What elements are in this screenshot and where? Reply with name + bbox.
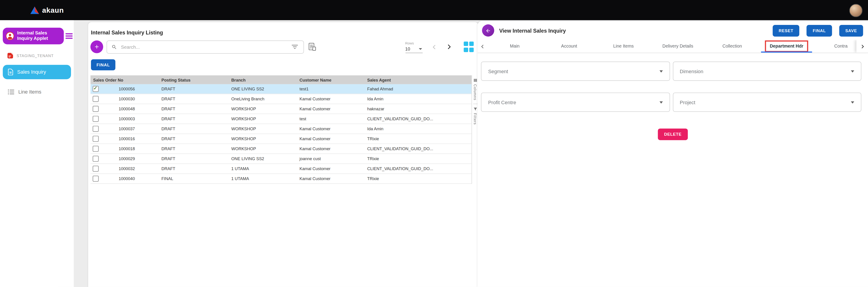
cell-posting-status: DRAFT <box>159 97 229 102</box>
sidebar-collapse-icon[interactable] <box>66 33 73 38</box>
report-icon[interactable] <box>308 43 316 51</box>
chevron-left-icon <box>480 43 485 49</box>
save-button[interactable]: SAVE <box>839 25 863 36</box>
listing-panel: Internal Sales Inquiry Listing <box>88 22 478 287</box>
row-checkbox[interactable] <box>93 176 99 182</box>
cell-posting-status: DRAFT <box>159 136 229 141</box>
columns-panel-tab[interactable]: Columns <box>473 75 477 104</box>
filter-icon[interactable] <box>290 44 299 50</box>
applet-button[interactable]: Internal Sales Inquiry Applet <box>3 28 64 44</box>
table-row[interactable]: 1000029 DRAFT ONE LIVING SS2 joanne cust… <box>91 154 471 164</box>
arrow-left-icon <box>485 27 491 34</box>
dropdown-caret-icon <box>851 70 855 72</box>
detail-tab[interactable]: Delivery Details <box>651 40 705 52</box>
prev-page-button[interactable] <box>431 43 437 50</box>
search-input[interactable] <box>120 43 290 50</box>
table-row[interactable]: 1000040 FINAL 1 UTAMA Kamal Customer TRi… <box>91 174 471 184</box>
row-checkbox[interactable] <box>93 116 99 122</box>
cell-posting-status: DRAFT <box>159 127 229 131</box>
row-checkbox[interactable] <box>93 136 99 142</box>
row-checkbox[interactable] <box>93 166 99 172</box>
column-header[interactable]: Sales Order No <box>91 77 159 82</box>
table-row[interactable]: 1000037 DRAFT WORKSHOP Kamal Customer Id… <box>91 124 471 134</box>
cell-branch: WORKSHOP <box>229 106 297 111</box>
table-row[interactable]: 1000016 DRAFT WORKSHOP Kamal Customer TR… <box>91 134 471 144</box>
cell-customer-name: Kamal Customer <box>297 136 365 141</box>
column-header[interactable]: Sales Agent <box>365 77 471 82</box>
grid-view-icon[interactable] <box>463 42 473 52</box>
table-row[interactable]: 1000032 DRAFT 1 UTAMA Kamal Customer CLI… <box>91 164 471 174</box>
list-icon <box>8 89 14 95</box>
sidebar-item-tenant[interactable]: STAGING_TENANT <box>7 52 74 59</box>
sidebar-item-sales-inquiry[interactable]: Sales Inquiry <box>3 65 71 79</box>
cell-branch: WORKSHOP <box>229 146 297 151</box>
cell-sales-order-no: 1000029 <box>119 156 135 161</box>
cell-sales-order-no: 1000032 <box>119 166 135 171</box>
cell-sales-order-no: 1000048 <box>119 106 135 111</box>
detail-tab[interactable]: Line Items <box>596 40 651 52</box>
cell-sales-order-no: 1000040 <box>119 176 135 181</box>
detail-tab[interactable]: Collection <box>705 40 760 52</box>
cell-customer-name: Kamal Customer <box>297 166 365 171</box>
rows-label: Rows <box>405 41 423 45</box>
cell-customer-name: Kamal Customer <box>297 97 365 102</box>
detail-tab[interactable]: Department Hdr <box>760 40 814 52</box>
reset-button[interactable]: RESET <box>773 25 800 36</box>
tabs-scroll-left[interactable] <box>478 40 488 52</box>
detail-tab[interactable]: Main <box>488 40 542 52</box>
table-row[interactable]: 1000018 DRAFT WORKSHOP Kamal Customer CL… <box>91 144 471 154</box>
tabs-scroll-right[interactable] <box>857 40 868 52</box>
row-checkbox[interactable] <box>93 86 99 92</box>
delete-row: DELETE <box>478 128 868 140</box>
cell-branch: ONE LIVING SS2 <box>229 156 297 161</box>
table-row[interactable]: 1000056 DRAFT ONE LIVING SS2 test1 Fahad… <box>91 84 471 94</box>
rows-select[interactable]: 10 <box>405 45 423 53</box>
filters-panel-tab[interactable]: Filters <box>473 104 477 128</box>
table-row[interactable]: 1000048 DRAFT WORKSHOP Kamal Customer ha… <box>91 104 471 114</box>
dropdown-caret-icon <box>659 70 663 72</box>
row-checkbox[interactable] <box>93 146 99 152</box>
listing-toolbar: Rows 10 <box>91 40 475 54</box>
cell-sales-order-no: 1000030 <box>119 97 135 102</box>
cell-posting-status: DRAFT <box>159 106 229 111</box>
row-checkbox[interactable] <box>93 126 99 132</box>
row-checkbox[interactable] <box>93 156 99 162</box>
cell-customer-name: Kamal Customer <box>297 176 365 181</box>
select-field[interactable]: Project <box>673 93 861 112</box>
sidebar-item-line-items[interactable]: Line Items <box>3 85 71 99</box>
column-header[interactable]: Branch <box>229 77 297 82</box>
department-hdr-form: Segment Dimension Profit Centre Project <box>481 61 861 112</box>
table-row[interactable]: 1000030 DRAFT OneLiving Branch Kamal Cus… <box>91 94 471 104</box>
row-checkbox[interactable] <box>93 96 99 102</box>
cell-sales-agent: CLIENT_VALIDATION_GUID_DO... <box>365 116 471 121</box>
columns-icon <box>473 78 477 83</box>
delete-button[interactable]: DELETE <box>658 129 688 140</box>
back-button[interactable] <box>482 25 494 37</box>
column-header[interactable]: Customer Name <box>297 77 365 82</box>
cell-customer-name: test1 <box>297 86 365 92</box>
add-button[interactable] <box>91 41 103 53</box>
chevron-left-icon <box>431 43 437 50</box>
listing-title: Internal Sales Inquiry Listing <box>91 30 478 36</box>
cell-posting-status: DRAFT <box>159 156 229 161</box>
search-box <box>106 40 304 53</box>
cell-sales-order-no: 1000056 <box>119 86 135 92</box>
cell-posting-status: FINAL <box>159 176 229 181</box>
dropdown-caret-icon <box>851 101 855 103</box>
detail-tab[interactable]: Account <box>542 40 596 52</box>
user-avatar[interactable] <box>849 4 863 17</box>
cell-posting-status: DRAFT <box>159 86 229 92</box>
select-field[interactable]: Segment <box>481 61 670 81</box>
brand-logo[interactable]: akaun <box>30 6 64 14</box>
column-header[interactable]: Posting Status <box>159 77 229 82</box>
final-filter-button[interactable]: FINAL <box>91 59 116 70</box>
table-row[interactable]: 1000003 DRAFT WORKSHOP test CLIENT_VALID… <box>91 114 471 124</box>
table-side-panel: Columns Filters <box>471 75 478 184</box>
row-checkbox[interactable] <box>93 106 99 112</box>
next-page-button[interactable] <box>445 43 453 50</box>
final-button[interactable]: FINAL <box>807 25 832 36</box>
cell-branch: 1 UTAMA <box>229 176 297 181</box>
select-field[interactable]: Profit Centre <box>481 93 670 112</box>
table-header-row: Sales Order No Posting Status Branch Cus… <box>91 75 471 84</box>
select-field[interactable]: Dimension <box>673 61 861 81</box>
